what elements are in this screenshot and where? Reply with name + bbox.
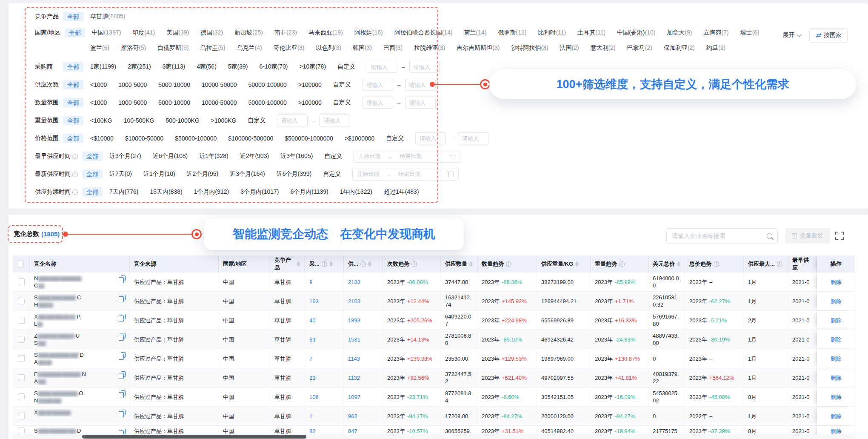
table-header-cell-weight[interactable]: 供应重量/KG (537, 255, 591, 273)
linked-count[interactable]: 1132 (348, 374, 360, 382)
table-header-cell-qty[interactable]: 供应数量 (441, 255, 477, 273)
linked-count[interactable]: 63 (309, 336, 315, 343)
option-text: 俄罗斯 (498, 29, 516, 36)
option-text: 巴拿马 (627, 44, 645, 51)
batch-delete-button[interactable]: 批量删除 (785, 228, 830, 244)
cell-weight: 20000120.00 (537, 407, 591, 425)
delete-link[interactable]: 删除 (831, 336, 842, 343)
linked-count[interactable]: 847 (348, 428, 357, 435)
delete-link[interactable]: 删除 (831, 317, 842, 324)
sort-icon[interactable] (469, 261, 473, 267)
row-checkbox[interactable] (18, 393, 25, 400)
filter-option[interactable]: 保加利亚(2) (664, 44, 695, 52)
expand-toggle[interactable]: 展开 (782, 32, 801, 39)
info-icon[interactable] (360, 261, 366, 267)
cell-earliest: 2021-0 (788, 387, 817, 406)
sort-icon[interactable] (329, 261, 333, 267)
filter-option[interactable]: 约旦(2) (706, 44, 725, 52)
filter-option[interactable]: 土耳其(11) (577, 29, 605, 37)
cell-text: 1月 (748, 298, 757, 305)
linked-count[interactable]: 9 (309, 278, 312, 286)
info-icon[interactable] (777, 261, 782, 267)
copy-icon[interactable] (121, 314, 126, 319)
copy-icon[interactable] (121, 410, 126, 415)
info-icon[interactable] (411, 261, 417, 267)
filter-option[interactable]: 吉尔吉斯斯坦(3) (457, 44, 500, 52)
row-checkbox[interactable] (18, 374, 25, 381)
cell-country: 中国 (219, 407, 270, 425)
info-icon[interactable] (714, 261, 719, 267)
info-icon[interactable] (506, 261, 511, 267)
cell-max: 1月 (744, 292, 788, 310)
copy-icon[interactable] (121, 371, 126, 377)
linked-count[interactable]: 40 (309, 317, 315, 324)
fullscreen-icon[interactable] (835, 232, 844, 240)
delete-link[interactable]: 删除 (831, 428, 842, 435)
info-icon[interactable] (619, 261, 625, 267)
linked-count[interactable]: 106 (309, 393, 319, 401)
copy-icon[interactable] (121, 275, 126, 281)
company-name-line: S█████ ██████████ O (34, 390, 125, 397)
search-icon[interactable] (767, 233, 772, 239)
filter-option[interactable]: 瑞士(6) (740, 29, 760, 37)
linked-count[interactable]: 1 (309, 413, 312, 420)
delete-link[interactable]: 删除 (831, 393, 842, 401)
filter-option[interactable]: 比利时(11) (538, 29, 566, 37)
row-checkbox[interactable] (18, 428, 25, 434)
cell-weight_trend: 2023年-24.63% (591, 330, 648, 349)
filter-option[interactable]: 俄罗斯(12) (498, 29, 527, 37)
row-checkbox[interactable] (18, 355, 25, 362)
range-input-max[interactable] (458, 132, 488, 144)
linked-count[interactable]: 2103 (348, 298, 360, 305)
linked-count[interactable]: 1097 (348, 393, 360, 401)
company-search-input[interactable] (672, 232, 763, 239)
linked-count[interactable]: 2183 (348, 278, 360, 286)
linked-count[interactable]: 1581 (348, 336, 360, 343)
copy-icon[interactable] (121, 352, 126, 358)
linked-count[interactable]: 82 (309, 428, 315, 435)
delete-link[interactable]: 删除 (831, 413, 842, 420)
linked-count[interactable]: 7 (309, 355, 312, 362)
delete-link[interactable]: 删除 (831, 298, 842, 305)
copy-icon[interactable] (121, 295, 126, 300)
linked-count[interactable]: 1143 (348, 355, 360, 362)
cell-earliest: 2021-0 (788, 330, 817, 349)
filter-option[interactable]: 意大利(2) (591, 44, 616, 52)
row-checkbox[interactable] (18, 317, 25, 324)
row-checkbox[interactable] (18, 278, 25, 285)
copy-icon[interactable] (121, 429, 126, 434)
linked-count[interactable]: 1893 (348, 317, 360, 324)
linked-count[interactable]: 962 (348, 413, 357, 420)
delete-link[interactable]: 删除 (831, 355, 842, 362)
table-header-cell-supplies[interactable]: 供... (344, 255, 383, 273)
sort-icon[interactable] (575, 261, 579, 267)
by-country-button[interactable]: 按国家 (809, 28, 848, 43)
filter-option[interactable]: 沙特阿拉伯(3) (511, 44, 548, 52)
sort-icon[interactable] (297, 261, 300, 267)
linked-count[interactable]: 23 (309, 374, 315, 382)
row-checkbox[interactable] (18, 298, 25, 304)
filter-option[interactable]: 巴拿马(2) (627, 44, 652, 52)
header-checkbox[interactable] (17, 261, 24, 267)
filter-option[interactable]: 立陶宛(7) (704, 29, 729, 37)
copy-icon[interactable] (121, 333, 126, 339)
filter-option[interactable]: 加拿大(9) (667, 29, 692, 37)
sort-icon[interactable] (677, 261, 680, 267)
linked-count[interactable]: 163 (309, 298, 319, 305)
copy-icon[interactable] (121, 390, 126, 396)
filter-option[interactable]: 法国(2) (560, 44, 579, 52)
table-header-cell-buyers[interactable]: 采... (305, 255, 344, 273)
info-icon[interactable] (322, 261, 327, 267)
table-header-cell-usd[interactable]: 美元总价 (648, 255, 685, 273)
delete-link[interactable]: 删除 (831, 278, 842, 286)
filter-option[interactable]: 荷兰(14) (464, 29, 487, 37)
table-header-cell-product[interactable]: 竞争产品 (270, 255, 305, 273)
delete-link[interactable]: 删除 (831, 374, 842, 382)
filter-option[interactable]: 中国(香港)(10) (617, 29, 655, 37)
h-scrollbar-thumb[interactable] (82, 435, 306, 439)
trend-percent: -23.71% (407, 393, 428, 401)
row-checkbox[interactable] (18, 336, 25, 343)
row-checkbox[interactable] (18, 413, 25, 419)
sort-icon[interactable] (368, 261, 371, 267)
trend-percent: -65.10% (502, 336, 522, 343)
